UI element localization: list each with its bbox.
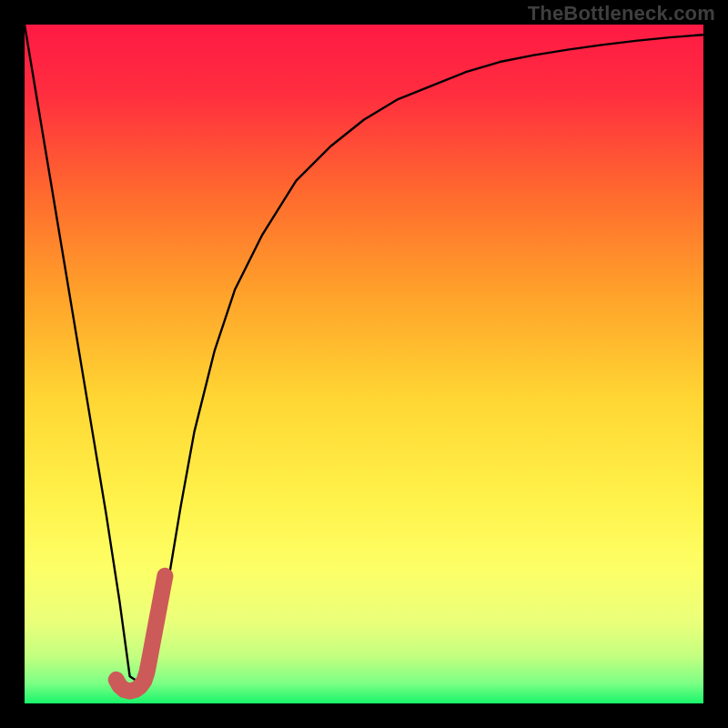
chart-frame: TheBottleneck.com <box>0 0 728 728</box>
watermark-text: TheBottleneck.com <box>528 2 715 25</box>
chart-svg <box>25 25 703 703</box>
gradient-background <box>25 25 703 703</box>
plot-area <box>25 25 703 703</box>
